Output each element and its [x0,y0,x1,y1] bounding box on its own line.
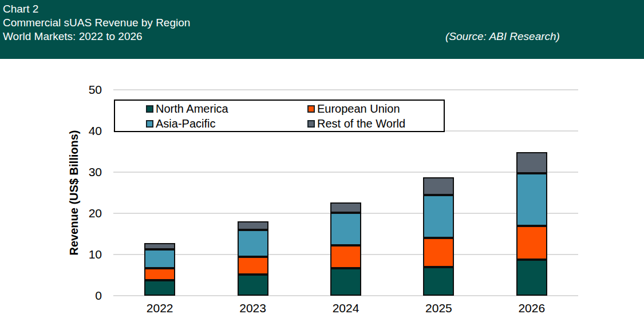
bar-segment-asia-pacific-2024 [330,213,361,246]
legend: North AmericaEuropean UnionAsia-PacificR… [114,100,445,132]
legend-label-european-union: European Union [317,102,400,116]
y-tick-label-50: 50 [77,83,102,97]
header-banner: Chart 2 Commercial sUAS Revenue by Regio… [0,0,644,59]
legend-item-asia-pacific: Asia-Pacific [146,117,307,130]
bar-segment-north-america-2022 [144,280,175,296]
legend-item-european-union: European Union [307,102,444,116]
x-tick-label-2026: 2026 [497,301,566,315]
legend-swatch-north-america [146,105,153,113]
legend-swatch-asia-pacific [146,120,153,128]
legend-label-north-america: North America [156,102,228,116]
bar-segment-north-america-2023 [238,275,268,296]
x-tick-label-2025: 2025 [404,301,473,315]
y-tick-label-20: 20 [77,206,102,220]
y-tick-label-40: 40 [77,124,102,138]
y-axis-title: Revenue (US$ Billions) [68,130,81,256]
bar-segment-asia-pacific-2023 [238,230,268,257]
bar-segment-rest-of-the-world-2025 [423,177,454,195]
bar-segment-rest-of-the-world-2024 [330,202,361,212]
bar-segment-european-union-2025 [423,238,454,267]
gridline-30 [113,172,578,173]
legend-item-rest-of-the-world: Rest of the World [307,117,444,130]
bar-segment-asia-pacific-2025 [423,195,454,238]
source-credit: (Source: ABI Research) [445,30,560,43]
bar-segment-asia-pacific-2026 [516,173,547,225]
bar-segment-rest-of-the-world-2026 [516,152,547,173]
legend-item-north-america: North America [146,102,307,116]
bar-segment-rest-of-the-world-2023 [238,221,268,229]
bar-segment-asia-pacific-2022 [144,249,175,268]
bar-segment-european-union-2022 [144,268,175,281]
y-tick-label-30: 30 [77,165,102,179]
bar-segment-european-union-2026 [516,226,547,260]
bar-segment-north-america-2025 [423,267,454,296]
legend-swatch-rest-of-the-world [307,120,315,128]
bar-segment-north-america-2024 [330,268,361,296]
x-tick-label-2022: 2022 [125,301,194,315]
bar-segment-north-america-2026 [516,260,547,296]
x-tick-label-2024: 2024 [311,301,380,315]
gridline-50 [113,89,578,90]
bar-segment-european-union-2024 [330,245,361,268]
legend-swatch-european-union [307,105,315,113]
bar-segment-rest-of-the-world-2022 [144,243,175,250]
y-tick-label-10: 10 [77,248,102,261]
chart-number: Chart 2 [3,2,644,16]
chart-title: Commercial sUAS Revenue by Region [3,16,644,30]
legend-label-asia-pacific: Asia-Pacific [156,117,215,130]
stacked-bar-chart: Revenue (US$ Billions) 01020304050 20222… [0,59,644,334]
y-tick-label-0: 0 [77,289,102,303]
legend-label-rest-of-the-world: Rest of the World [317,117,405,130]
bar-segment-european-union-2023 [238,257,268,275]
x-tick-label-2023: 2023 [219,301,287,315]
